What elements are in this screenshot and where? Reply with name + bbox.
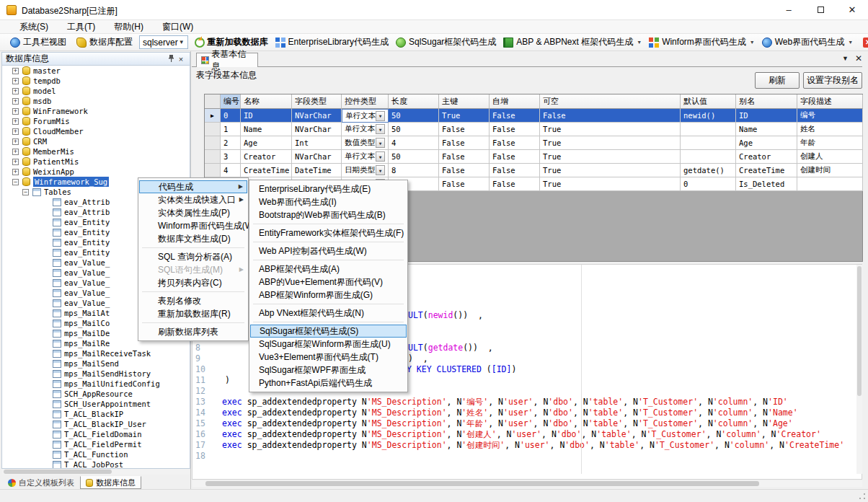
grid-cell[interactable]: 0	[681, 177, 736, 191]
tree-expander[interactable]: +	[12, 68, 19, 74]
grid-header-cell[interactable]: 默认值	[681, 94, 736, 109]
menubar-item[interactable]: 系统(S)	[10, 20, 58, 34]
tree-expander[interactable]: +	[12, 149, 19, 155]
tree-node[interactable]: mps_MailUnifiedConfig	[2, 379, 190, 389]
menubar-item[interactable]: 帮助(H)	[105, 20, 153, 34]
grid-cell[interactable]: True	[540, 123, 681, 136]
submenu-item[interactable]: Python+FastApi后端代码生成	[250, 376, 407, 389]
grid-cell[interactable]: False	[490, 164, 540, 177]
tree-node[interactable]: T_ACL_FieldPermit	[2, 439, 190, 449]
chevron-down-icon[interactable]: ▼	[376, 124, 385, 134]
grid-cell[interactable]: False	[439, 150, 490, 164]
tree-node[interactable]: mps_MailSend	[2, 358, 190, 369]
tree-node[interactable]: T_ACL_FieldDomain	[2, 429, 190, 439]
panel-tab-inactive[interactable]: 自定义模板列表	[2, 476, 80, 489]
tree-horizontal-scrollbar[interactable]	[2, 469, 190, 475]
grid-cell[interactable]: newid()	[681, 109, 736, 123]
grid-cell[interactable]: ID	[736, 109, 797, 123]
submenu-item[interactable]: EnterpriseLibrary代码生成(E)	[250, 182, 407, 195]
tab-close-icon[interactable]: ✕	[855, 53, 862, 63]
grid-cell[interactable]: False	[439, 136, 490, 150]
submenu-item[interactable]: EntityFramework实体框架代码生成(F)	[250, 226, 407, 239]
grid-cell[interactable]	[681, 150, 736, 164]
set-field-alias-button[interactable]: 设置字段别名	[803, 72, 862, 89]
grid-cell[interactable]: Age	[736, 136, 797, 150]
tree-expander[interactable]: +	[12, 138, 19, 145]
grid-cell[interactable]: True	[540, 177, 681, 191]
grid-header-cell[interactable]: 控件类型	[342, 94, 389, 109]
grid-cell[interactable]: 年龄	[797, 136, 863, 150]
grid-header-cell[interactable]: 自增	[490, 94, 540, 109]
dbtype-combobox[interactable]: sqlserver ▼	[139, 35, 188, 49]
grid-header-cell[interactable]: 名称	[241, 94, 292, 109]
submenu-item[interactable]: SqlSugar框架Winform界面生成(U)	[250, 338, 407, 351]
grid-header-cell[interactable]: 主键	[439, 94, 490, 109]
submenu-item[interactable]: Vue3+Element界面代码生成(T)	[250, 351, 407, 364]
grid-cell[interactable]: 姓名	[797, 123, 863, 136]
grid-cell[interactable]: CreateTime	[736, 164, 797, 177]
tree-node[interactable]: T_ACL_JobPost	[2, 459, 190, 469]
grid-row-selector[interactable]	[205, 150, 221, 164]
grid-header-cell[interactable]: 字段类型	[292, 94, 342, 109]
grid-cell[interactable]: Name	[241, 123, 292, 136]
tree-expander[interactable]: +	[12, 98, 19, 105]
context-menu-item[interactable]: 实体类生成快速入口▶	[139, 193, 247, 206]
grid-cell[interactable]: 0	[221, 109, 241, 123]
grid-cell[interactable]: 单行文本▼	[342, 150, 389, 164]
chevron-down-icon[interactable]: ▼	[376, 165, 385, 175]
grid-cell[interactable]: False	[490, 150, 540, 164]
chevron-down-icon[interactable]: ▼	[376, 111, 385, 121]
tree-node[interactable]: T_ACL_Function	[2, 449, 190, 459]
context-menu-item[interactable]: 表别名修改	[139, 294, 247, 307]
submenu-item[interactable]: Abp VNext框架代码生成(N)	[250, 307, 407, 320]
toolbar-dbconfig-button[interactable]: 数据库配置	[73, 35, 136, 50]
chevron-down-icon[interactable]: ▼	[376, 138, 385, 148]
tree-expander[interactable]: +	[12, 118, 19, 125]
pin-icon[interactable]	[166, 55, 176, 63]
grid-cell[interactable]: False	[490, 136, 540, 150]
tree-node[interactable]: +CloudMember	[2, 126, 190, 136]
grid-cell[interactable]: NVarChar	[292, 109, 342, 123]
maximize-button[interactable]	[805, 0, 836, 20]
grid-header-cell[interactable]: 别名	[736, 94, 797, 109]
refresh-button[interactable]: 刷新	[755, 72, 800, 89]
grid-cell[interactable]	[681, 136, 736, 150]
grid-cell[interactable]: 50	[389, 109, 439, 123]
tree-expander[interactable]: +	[12, 108, 19, 115]
grid-header-cell[interactable]: 可空	[540, 94, 681, 109]
submenu-item[interactable]: ABP的Vue+Element界面代码(V)	[250, 276, 407, 289]
toolbar-web-button[interactable]: Web界面代码生成 ▼	[758, 35, 856, 50]
grid-cell[interactable]: Age	[241, 136, 292, 150]
tree-expander[interactable]: +	[12, 169, 19, 175]
tree-node[interactable]: mps_MailReceiveTask	[2, 348, 190, 358]
toolbar-enterpriselibrary-button[interactable]: EnterpriseLibrary代码生成	[272, 35, 392, 50]
grid-cell[interactable]: 单行文本▼	[342, 109, 389, 123]
submenu-item[interactable]: Bootstrap的Web界面代码生成(B)	[250, 208, 407, 221]
grid-cell[interactable]: Int	[292, 136, 342, 150]
grid-cell[interactable]: 编号	[797, 109, 863, 123]
tree-node[interactable]: +master	[2, 66, 190, 76]
tree-node[interactable]: +model	[2, 86, 190, 96]
grid-cell[interactable]: Name	[736, 123, 797, 136]
toolbar-exit-button[interactable]: ✕ 退出	[859, 35, 868, 50]
grid-cell[interactable]: Creator	[736, 150, 797, 164]
grid-header-cell[interactable]: 长度	[389, 94, 439, 109]
panel-tab-active[interactable]: 数据库信息	[80, 476, 141, 489]
grid-cell[interactable]: 单行文本▼	[342, 123, 389, 136]
toolbar-sqlsugar-button[interactable]: SqlSugar框架代码生成	[392, 35, 500, 50]
grid-cell[interactable]: getdate()	[681, 164, 736, 177]
tree-node[interactable]: +WeixinApp	[2, 167, 190, 177]
toolbar-winform-button[interactable]: Winform界面代码生成 ▼	[645, 35, 758, 50]
menubar-item[interactable]: 工具(T)	[58, 20, 105, 34]
submenu-item[interactable]: ABP框架代码生成(A)	[250, 263, 407, 276]
grid-cell[interactable]: 8	[389, 164, 439, 177]
chevron-down-icon[interactable]: ▼	[376, 151, 385, 162]
grid-cell[interactable]: NVarChar	[292, 150, 342, 164]
grid-row-selector[interactable]	[205, 123, 221, 136]
tree-node[interactable]: +WinFramework	[2, 106, 190, 116]
tree-expander[interactable]: +	[12, 159, 19, 165]
minimize-button[interactable]: –	[773, 0, 805, 20]
grid-cell[interactable]: False	[540, 109, 681, 123]
tree-expander[interactable]: +	[12, 88, 19, 94]
grid-cell[interactable]: CreateTime	[241, 164, 292, 177]
